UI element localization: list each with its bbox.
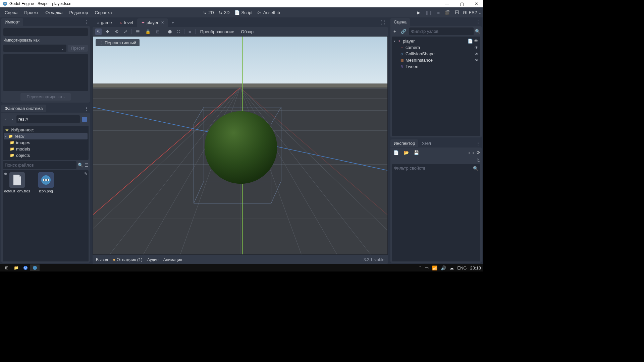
- transform-menu[interactable]: Преобразование: [198, 28, 236, 35]
- perspective-label[interactable]: ⋮Перспективный: [96, 39, 140, 46]
- tray-wifi-icon[interactable]: 📶: [432, 265, 437, 270]
- animation-tab[interactable]: Анимация: [163, 257, 182, 262]
- import-type-dropdown[interactable]: ⌄: [3, 45, 66, 52]
- tray-time[interactable]: 23:18: [470, 265, 481, 270]
- load-resource-icon[interactable]: 📂: [402, 149, 411, 156]
- search-icon[interactable]: 🔍: [78, 163, 83, 168]
- search-icon[interactable]: 🔍: [473, 166, 478, 171]
- renderer-select[interactable]: GLES2⌄: [463, 10, 482, 15]
- fs-forward-icon[interactable]: ›: [10, 117, 14, 122]
- fs-root[interactable]: ▾📁res://: [4, 133, 88, 139]
- local-space-icon[interactable]: ⬢: [167, 28, 173, 35]
- chrome-icon[interactable]: [21, 264, 30, 271]
- view-menu[interactable]: Обзор: [239, 28, 256, 35]
- node-tab[interactable]: Узел: [418, 139, 434, 147]
- scene-tab-player[interactable]: ✦player✕: [137, 18, 168, 27]
- tray-cloud-icon[interactable]: ☁: [449, 265, 454, 270]
- minimize-button[interactable]: —: [443, 1, 451, 6]
- preset-button[interactable]: Пресет: [68, 45, 88, 52]
- play-scene-button[interactable]: 🎬: [444, 9, 450, 16]
- save-resource-icon[interactable]: 💾: [412, 149, 421, 156]
- add-node-icon[interactable]: +: [392, 28, 398, 35]
- file-explorer-icon[interactable]: 📁: [11, 264, 21, 271]
- fs-folder-models[interactable]: 📁models: [4, 146, 88, 152]
- audio-tab[interactable]: Аудио: [147, 257, 159, 262]
- instance-scene-icon[interactable]: 🔗: [399, 28, 408, 35]
- scene-filter-input[interactable]: [409, 27, 474, 35]
- fs-back-icon[interactable]: ‹: [4, 117, 8, 122]
- fs-folder-scenes[interactable]: 📁scenes: [4, 159, 88, 160]
- reimport-button[interactable]: Переимпортировать: [20, 93, 70, 101]
- group-icon[interactable]: ⊞: [155, 28, 161, 35]
- mode-assetlib[interactable]: 🛍AssetLib: [257, 10, 280, 15]
- viewport-3d[interactable]: ⋮Перспективный: [93, 36, 388, 255]
- inspector-tab[interactable]: Инспектор: [390, 139, 418, 147]
- import-resource-input[interactable]: [3, 28, 88, 36]
- fs-view-mode-icon[interactable]: ☰: [85, 163, 89, 168]
- tray-volume-icon[interactable]: 🔊: [441, 265, 446, 270]
- file-default-env[interactable]: default_env.tres: [5, 172, 30, 193]
- scene-tab-game[interactable]: ○game: [93, 18, 116, 27]
- pause-button[interactable]: ❚❚: [424, 9, 433, 16]
- tray-lang[interactable]: ENG: [457, 265, 467, 270]
- close-tab-icon[interactable]: ✕: [161, 20, 164, 25]
- fs-folder-images[interactable]: 📁images: [4, 139, 88, 146]
- start-button[interactable]: ⊞: [2, 264, 11, 271]
- maximize-button[interactable]: ▢: [458, 1, 466, 6]
- godot-taskbar-icon[interactable]: [30, 264, 40, 271]
- fs-split-icon[interactable]: [82, 117, 87, 122]
- scale-tool-icon[interactable]: ⤢: [122, 28, 129, 35]
- inspector-filter-input[interactable]: [392, 164, 480, 172]
- visibility-icon[interactable]: 👁: [475, 52, 478, 56]
- visibility-icon[interactable]: 👁: [475, 46, 478, 50]
- tray-chevron-icon[interactable]: ˄: [419, 265, 421, 270]
- lock-icon[interactable]: 🔒: [144, 28, 152, 35]
- file-icon-png[interactable]: icon.png: [34, 172, 58, 193]
- menu-help[interactable]: Справка: [92, 9, 115, 16]
- distraction-free-icon[interactable]: ⛶: [378, 18, 388, 27]
- history-icon[interactable]: ⟳: [477, 150, 480, 155]
- history-back-icon[interactable]: ‹: [468, 150, 470, 155]
- output-tab[interactable]: Вывод: [96, 257, 108, 262]
- scene-node-tween[interactable]: ↯Tween: [393, 63, 479, 70]
- mode-script[interactable]: 📄Script: [234, 10, 253, 15]
- move-tool-icon[interactable]: ✥: [104, 28, 111, 35]
- fs-filter-icon[interactable]: ⊕: [4, 172, 7, 176]
- scene-panel-menu-icon[interactable]: ⋮: [475, 19, 482, 24]
- play-custom-button[interactable]: 🎞: [454, 9, 460, 16]
- play-button[interactable]: ▶: [416, 9, 421, 16]
- select-tool-icon[interactable]: ↖: [95, 28, 102, 35]
- mode-3d[interactable]: ⇆3D: [219, 10, 230, 15]
- snap-list-icon[interactable]: ☰: [135, 28, 141, 35]
- menu-debug[interactable]: Отладка: [42, 9, 66, 16]
- visibility-icon[interactable]: 👁: [475, 58, 478, 62]
- import-panel-menu-icon[interactable]: ⋮: [83, 19, 90, 24]
- rotate-tool-icon[interactable]: ⟲: [113, 28, 120, 35]
- scene-node-camera[interactable]: ○camera 👁: [393, 44, 479, 51]
- object-props-icon[interactable]: ⇅: [477, 158, 480, 163]
- scene-node-player[interactable]: ▾✦player 📄 👁: [393, 38, 479, 44]
- add-scene-tab-icon[interactable]: +: [168, 18, 177, 27]
- fs-favorites[interactable]: ★Избранное:: [4, 127, 88, 133]
- camera-override-icon[interactable]: ■: [187, 28, 193, 35]
- visibility-icon[interactable]: 👁: [474, 39, 478, 44]
- close-button[interactable]: ✕: [473, 1, 480, 6]
- debugger-tab[interactable]: ● Отладчик (1): [113, 257, 143, 262]
- new-resource-icon[interactable]: 📄: [392, 149, 400, 156]
- search-icon[interactable]: 🔍: [475, 29, 480, 34]
- script-icon[interactable]: 📄: [468, 39, 473, 44]
- menu-scene[interactable]: Сцена: [1, 9, 21, 16]
- scene-node-mesh[interactable]: ▦MeshInstance 👁: [393, 57, 479, 63]
- filesystem-tab[interactable]: Файловая система: [1, 105, 46, 112]
- menu-editor[interactable]: Редактор: [66, 9, 92, 16]
- fs-folder-objects[interactable]: 📁objects: [4, 152, 88, 159]
- import-tab[interactable]: Импорт: [1, 18, 23, 26]
- scene-panel-tab[interactable]: Сцена: [390, 18, 410, 26]
- scene-node-collision[interactable]: ◇CollisionShape 👁: [393, 51, 479, 57]
- fs-sort-icon[interactable]: ✎: [84, 172, 87, 176]
- scene-tab-level[interactable]: ○level: [116, 18, 137, 27]
- fs-path-input[interactable]: [16, 115, 80, 123]
- menu-project[interactable]: Проект: [21, 9, 42, 16]
- history-fwd-icon[interactable]: ›: [471, 150, 475, 155]
- filesystem-panel-menu-icon[interactable]: ⋮: [83, 106, 90, 111]
